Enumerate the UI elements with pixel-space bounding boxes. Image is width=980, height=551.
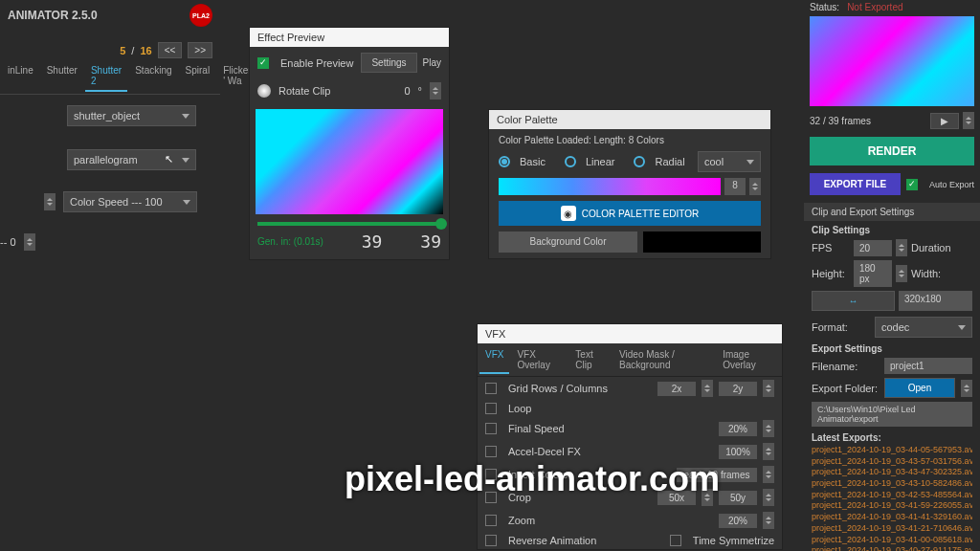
mode-radial-radio[interactable] (634, 156, 645, 167)
vfx-checkbox[interactable] (485, 446, 497, 457)
export-item[interactable]: project1_2024-10-19_03-41-59-226055.avi (812, 500, 972, 512)
auto-export-checkbox[interactable] (906, 179, 918, 190)
preset-select[interactable]: cool (698, 151, 761, 172)
clip-settings-title: Clip Settings (812, 225, 972, 235)
settings-button[interactable]: Settings (361, 53, 416, 73)
fps-label: FPS (812, 242, 850, 253)
height-input[interactable]: 180 px (854, 260, 892, 287)
tab-shutter[interactable]: Shutter (41, 61, 83, 92)
vfx-checkbox[interactable] (485, 515, 497, 526)
degree-icon: ° (418, 85, 422, 97)
vfx-val[interactable]: 100% (719, 445, 757, 459)
mode-linear-label: Linear (586, 156, 615, 167)
height-stepper[interactable] (896, 265, 907, 282)
colorspeed-stepper-left[interactable] (44, 193, 56, 210)
page-next-button[interactable]: >> (188, 42, 212, 58)
vfx-tab-mask[interactable]: Video Mask / Background (613, 345, 715, 374)
auto-export-label: Auto Export (929, 180, 974, 189)
vfx-val2[interactable]: 50y (719, 491, 757, 505)
export-item[interactable]: project1_2024-10-19_03-43-57-031756.avi (812, 456, 972, 468)
palette-editor-button[interactable]: ◉ COLOR PALETTE EDITOR (499, 201, 761, 226)
vfx-checkbox[interactable] (485, 383, 497, 394)
tab-spiral[interactable]: Spiral (180, 61, 216, 92)
rotate-value: 0 (404, 85, 410, 97)
filename-input[interactable]: project1 (884, 358, 972, 374)
frames-label: 32 / 39 frames (810, 116, 926, 126)
fps-input[interactable]: 20 (854, 240, 892, 256)
vfx-row: Zoom20% (478, 509, 782, 532)
vfx-val[interactable]: 20% (719, 514, 757, 528)
latest-exports-title: Latest Exports: (812, 432, 972, 443)
vfx-stepper[interactable] (763, 420, 774, 437)
vfx-stepper[interactable] (763, 512, 774, 529)
format-select[interactable]: codec (875, 317, 972, 338)
vfx-val[interactable]: 2x (657, 382, 696, 396)
vfx-label: Zoom (508, 515, 713, 526)
timeline-slider[interactable] (257, 222, 441, 226)
app-logo: PLA2 (189, 4, 212, 27)
export-item[interactable]: project1_2024-10-19_03-41-21-710646.avi (812, 523, 972, 535)
vfx-stepper[interactable] (763, 466, 774, 483)
vfx-stepper[interactable] (763, 443, 774, 460)
vfx-tab-overlay[interactable]: VFX Overlay (511, 345, 568, 374)
export-item[interactable]: project1_2024-10-19_03-41-41-329160.avi (812, 512, 972, 523)
folder-path: C:\Users\Win10\Pixel Led Animator\export (812, 402, 972, 427)
shutter-object-select[interactable]: shutter_object (67, 105, 196, 126)
export-item[interactable]: project1_2024-10-19_03-43-10-582486.avi (812, 478, 972, 490)
export-item[interactable]: project1_2024-10-19_03-43-47-302325.avi (812, 467, 972, 478)
tab-stacking[interactable]: Stacking (129, 61, 177, 92)
tab-inline[interactable]: inLine (2, 61, 39, 92)
vfx-label: Accel-Decel FX (508, 446, 713, 457)
left-val-stepper[interactable] (24, 233, 35, 251)
mode-basic-radio[interactable] (499, 156, 510, 167)
status-value: Not Exported (847, 2, 902, 12)
fps-stepper[interactable] (896, 239, 907, 256)
play-button[interactable]: Play (423, 57, 441, 68)
bg-color-button[interactable]: Background Color (499, 231, 637, 253)
export-button[interactable]: EXPORT FILE (810, 173, 901, 195)
page-current: 5 (120, 45, 125, 56)
vfx-tab-image[interactable]: Image Overlay (717, 345, 780, 374)
frames-stepper[interactable] (963, 112, 974, 129)
gradient-bar[interactable] (499, 178, 721, 195)
rotate-stepper[interactable] (430, 82, 441, 99)
rotate-icon (257, 84, 271, 98)
enable-preview-checkbox[interactable] (257, 57, 269, 69)
vfx-val[interactable]: 20% (719, 422, 757, 436)
page-prev-button[interactable]: << (158, 42, 183, 58)
mode-linear-radio[interactable] (565, 156, 576, 167)
effect-preview-header: Effect Preview (250, 28, 449, 47)
preview-canvas (256, 109, 443, 214)
vfx-stepper2[interactable] (763, 489, 774, 506)
vfx-checkbox[interactable] (485, 535, 497, 546)
exports-list: project1_2024-10-19_03-44-05-567953.avip… (812, 445, 972, 551)
export-item[interactable]: project1_2024-10-19_03-40-27-911175.avi (812, 545, 972, 551)
open-folder-button[interactable]: Open (884, 378, 955, 398)
bg-color-swatch[interactable] (643, 231, 761, 253)
play-frames-button[interactable]: ▶ (930, 113, 959, 129)
vfx-stepper2[interactable] (763, 380, 774, 397)
folder-stepper[interactable] (961, 380, 972, 397)
tab-shutter2[interactable]: Shutter 2 (85, 61, 127, 92)
vfx-label: Reverse Animation (508, 535, 664, 546)
color-count-stepper[interactable] (749, 178, 761, 195)
vfx-row: Reverse AnimationTime Symmetrize (478, 532, 782, 549)
vfx-stepper[interactable] (702, 380, 713, 397)
vfx-tab-vfx[interactable]: VFX (479, 345, 509, 374)
vfx-row: Final Speed20% (478, 417, 782, 440)
export-item[interactable]: project1_2024-10-19_03-44-05-567953.avi (812, 445, 972, 456)
height-label: Height: (812, 268, 850, 279)
palette-header: Color Palette (489, 110, 770, 129)
dims-input[interactable]: 320x180 (899, 291, 972, 311)
export-item[interactable]: project1_2024-10-19_03-41-00-085618.avi (812, 535, 972, 546)
colorspeed-select[interactable]: Color Speed --- 100 (63, 191, 197, 212)
vfx-checkbox2[interactable] (670, 535, 681, 546)
vfx-val2[interactable]: 2y (719, 382, 757, 396)
swap-button[interactable]: ↔ (812, 291, 895, 311)
export-item[interactable]: project1_2024-10-19_03-42-53-485564.avi (812, 490, 972, 501)
shape-select[interactable]: parallelogram (67, 149, 196, 170)
vfx-tab-text[interactable]: Text Clip (569, 345, 612, 374)
render-button[interactable]: RENDER (810, 137, 974, 165)
vfx-checkbox[interactable] (485, 423, 497, 434)
vfx-checkbox[interactable] (485, 403, 497, 414)
